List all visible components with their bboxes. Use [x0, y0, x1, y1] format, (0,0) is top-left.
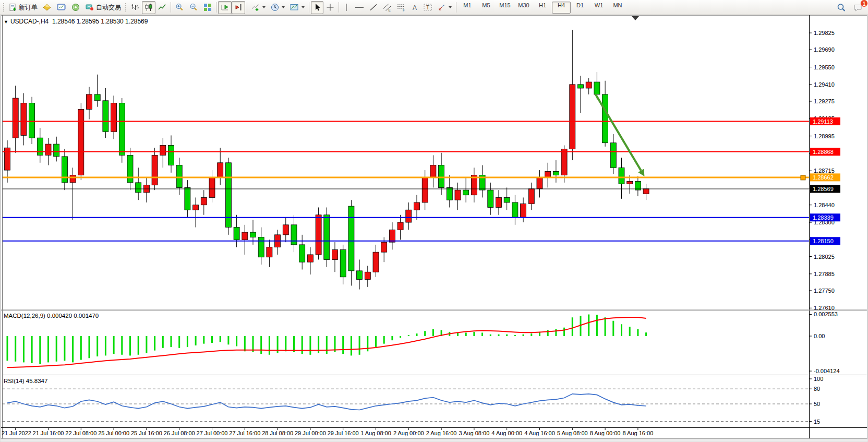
timeframe-w1[interactable]: W1	[589, 2, 608, 14]
terminal-button[interactable]	[54, 1, 69, 14]
cursor-button[interactable]	[311, 1, 323, 14]
signal-icon	[71, 3, 80, 11]
gold-button[interactable]	[40, 1, 54, 14]
candle-up	[365, 272, 370, 279]
rsi-indicator-label: RSI(14) 45.8347	[4, 378, 47, 384]
candle-up	[414, 202, 420, 210]
candle-down	[176, 165, 182, 188]
timeframe-m30[interactable]: M30	[514, 2, 533, 14]
candle-up	[160, 145, 166, 155]
text-icon: A	[411, 3, 418, 11]
candle-up	[627, 182, 633, 184]
date-tick-label: 29 Jul 16:00	[328, 430, 359, 436]
candle-up	[381, 242, 387, 252]
notifications-button[interactable]: 1	[851, 1, 865, 14]
timeframe-m5[interactable]: M5	[477, 2, 496, 14]
price-tick-label: 1.29410	[814, 81, 835, 88]
crosshair-button[interactable]	[323, 1, 337, 14]
periods-button[interactable]	[268, 1, 287, 14]
chart-menu-arrow-icon[interactable]: ▼	[4, 19, 8, 25]
timeframe-mn[interactable]: MN	[608, 2, 627, 14]
line-price-label: 1.28569	[813, 186, 834, 192]
candle-down	[439, 165, 444, 188]
candle-down	[136, 183, 141, 193]
signal-button[interactable]	[69, 1, 83, 14]
vertical-line-icon	[343, 3, 349, 11]
fibonacci-icon: F	[397, 3, 406, 11]
candle-up	[242, 232, 248, 240]
candle-down	[357, 271, 363, 280]
dropdown-arrow-icon	[302, 6, 305, 8]
date-tick-label: 28 Jul 08:00	[262, 430, 293, 436]
vertical-line-button[interactable]	[341, 1, 352, 14]
candle-up	[561, 149, 567, 175]
text-button[interactable]: A	[408, 1, 421, 14]
chart-canvas[interactable]: 1.298251.296901.295501.294101.292751.291…	[0, 15, 868, 442]
price-tick-label: 1.28440	[814, 202, 835, 208]
date-tick-label: 4 Aug 16:00	[524, 430, 555, 436]
date-tick-label: 1 Aug 08:00	[360, 430, 391, 436]
candle-up	[586, 82, 592, 88]
date-tick-label: 8 Aug 16:00	[623, 430, 654, 436]
horizontal-line-button[interactable]	[352, 1, 367, 14]
candle-up	[389, 230, 395, 242]
tile-windows-icon	[203, 3, 212, 11]
auto-scroll-button[interactable]	[218, 1, 232, 14]
candlestick-chart-button[interactable]	[142, 1, 155, 14]
line-price-label: 1.29113	[813, 118, 833, 125]
channel-icon: E	[383, 3, 392, 11]
templates-button[interactable]	[287, 1, 307, 14]
text-label-icon: T	[424, 3, 432, 11]
candle-down	[447, 187, 452, 200]
candle-down	[185, 187, 190, 210]
candle-down	[594, 82, 600, 94]
price-tick-label: 1.27885	[814, 271, 835, 277]
chart-shift-button[interactable]	[232, 1, 245, 14]
auto-trading-button[interactable]: 自动交易	[83, 2, 124, 14]
chart-title-symbol: USDCAD-,H4	[10, 18, 49, 25]
candle-down	[578, 85, 584, 88]
tile-windows-button[interactable]	[201, 1, 214, 14]
candle-up	[5, 148, 10, 170]
candle-down	[127, 156, 133, 183]
candle-down	[250, 232, 256, 237]
chart-background	[0, 15, 868, 439]
line-price-label: 1.28339	[813, 214, 834, 221]
line-price-label: 1.28662	[813, 174, 834, 181]
candle-down	[610, 143, 616, 168]
line-chart-button[interactable]	[155, 1, 169, 14]
bar-chart-button[interactable]	[128, 1, 142, 14]
trendline-button[interactable]	[367, 1, 380, 14]
channel-button[interactable]: E	[380, 1, 394, 14]
bar-chart-icon	[131, 3, 139, 11]
candle-up	[570, 85, 575, 149]
date-tick-label: 5 Aug 08:00	[557, 430, 588, 436]
candle-down	[62, 157, 67, 183]
candle-up	[406, 210, 412, 222]
indicators-button[interactable]	[249, 1, 268, 14]
search-button[interactable]	[834, 1, 849, 14]
timeframe-d1[interactable]: D1	[571, 2, 589, 14]
rsi-tick-label: 100	[814, 376, 823, 382]
text-label-button[interactable]: T	[421, 1, 435, 14]
svg-text:F: F	[403, 8, 405, 12]
auto-scroll-icon	[221, 3, 229, 11]
timeframe-h4[interactable]: H4	[552, 2, 571, 14]
fibonacci-button[interactable]: F	[394, 1, 408, 14]
trendline-icon	[369, 3, 378, 11]
timeframe-m15[interactable]: M15	[496, 2, 514, 14]
line-handle[interactable]	[801, 175, 805, 180]
arrows-button[interactable]	[435, 1, 454, 14]
zoom-in-button[interactable]	[173, 1, 187, 14]
zoom-out-button[interactable]	[187, 1, 201, 14]
candle-down	[348, 206, 354, 271]
timeframe-m1[interactable]: M1	[458, 2, 477, 14]
candle-up	[45, 144, 51, 155]
timeframe-h1[interactable]: H1	[533, 2, 552, 14]
candle-down	[103, 101, 108, 132]
new-order-label: 新订单	[19, 3, 38, 12]
new-order-icon	[9, 3, 17, 11]
new-order-button[interactable]: 新订单	[6, 2, 40, 14]
window-bottom-strip	[0, 439, 868, 442]
terminal-icon	[57, 3, 66, 11]
